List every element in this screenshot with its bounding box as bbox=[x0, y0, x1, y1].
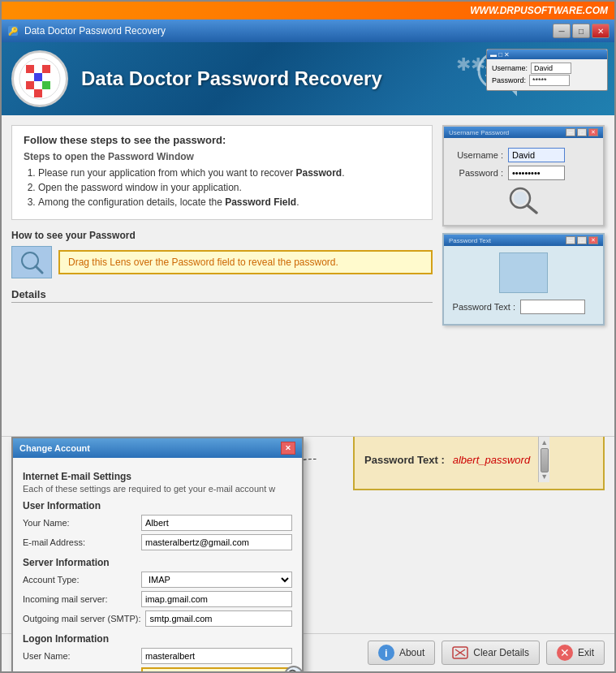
steps-main-title: Follow these steps to see the password: bbox=[24, 134, 420, 146]
svg-rect-6 bbox=[26, 73, 34, 81]
drag-box: Drag this Lens over the Password field t… bbox=[11, 246, 433, 278]
main-content: Follow these steps to see the password: … bbox=[2, 115, 614, 436]
panel-minimize-btn-1[interactable]: ─ bbox=[566, 128, 575, 136]
your-name-input[interactable] bbox=[141, 515, 292, 531]
svg-text:🔑: 🔑 bbox=[8, 26, 19, 37]
mini-username-value: David bbox=[531, 63, 571, 74]
account-type-select[interactable]: IMAP POP3 SMTP bbox=[141, 572, 292, 588]
svg-point-20 bbox=[514, 192, 527, 205]
svg-rect-11 bbox=[42, 81, 50, 89]
panel-username-field: Username : David bbox=[450, 148, 597, 162]
panel-close-btn-2[interactable]: ✕ bbox=[588, 236, 598, 244]
panel-window-controls-2: ─ □ ✕ bbox=[566, 236, 598, 244]
clear-details-label: Clear Details bbox=[473, 647, 529, 658]
password-text-body: Password Text : bbox=[444, 246, 603, 324]
your-name-field: Your Name: bbox=[23, 515, 292, 531]
svg-line-21 bbox=[528, 205, 536, 213]
mini-username-label: Username: bbox=[492, 64, 528, 72]
server-info-section: Server Information bbox=[23, 557, 292, 568]
app-icon: 🔑 bbox=[6, 24, 19, 37]
dialog-close-button[interactable]: ✕ bbox=[281, 442, 295, 455]
left-panel: Follow these steps to see the password: … bbox=[11, 125, 433, 426]
dialog-title: Change Account bbox=[19, 443, 90, 453]
drag-icon bbox=[11, 246, 52, 278]
logon-username-input[interactable] bbox=[141, 648, 292, 664]
drag-text: Drag this Lens over the Password field t… bbox=[68, 257, 338, 268]
password-section-title: How to see your Password bbox=[11, 230, 433, 241]
app-header: Data Doctor Password Recovery ✱✱ 123 ▬ □… bbox=[2, 42, 614, 115]
minimize-button[interactable]: ─ bbox=[553, 24, 571, 38]
account-type-field: Account Type: IMAP POP3 SMTP bbox=[23, 572, 292, 588]
panel-password-value: ••••••••• bbox=[508, 166, 565, 180]
steps-list: Please run your application from which y… bbox=[24, 167, 420, 208]
svg-line-18 bbox=[36, 266, 42, 273]
username-password-body: Username : David Password : ••••••••• bbox=[444, 138, 603, 225]
watermark-bar: WWW.DRPUSOFTWARE.COM bbox=[2, 2, 614, 19]
logon-password-label: Password: bbox=[23, 671, 136, 671]
logon-username-label: User Name: bbox=[23, 651, 136, 661]
svg-rect-10 bbox=[34, 81, 42, 89]
steps-subtitle: Steps to open the Password Window bbox=[24, 151, 420, 162]
maximize-button[interactable]: □ bbox=[572, 24, 590, 38]
logon-password-input[interactable] bbox=[141, 667, 292, 671]
password-text-field-label: Password Text : bbox=[450, 302, 515, 312]
title-bar: 🔑 Data Doctor Password Recovery ─ □ ✕ bbox=[2, 19, 614, 42]
password-text-field-row: Password Text : bbox=[450, 300, 597, 314]
panel-username-label: Username : bbox=[450, 150, 503, 160]
panel-password-label: Password : bbox=[450, 168, 503, 178]
change-account-dialog: Change Account ✕ Internet E-mail Setting… bbox=[11, 437, 304, 671]
svg-rect-9 bbox=[26, 81, 34, 89]
svg-rect-8 bbox=[42, 73, 50, 81]
steps-box: Follow these steps to see the password: … bbox=[11, 125, 433, 220]
password-revealed-panel: Password Text : albert_password ▲ ▼ bbox=[353, 436, 605, 490]
internet-section-title: Internet E-mail Settings bbox=[23, 471, 292, 482]
password-text-input[interactable] bbox=[520, 300, 585, 314]
incoming-server-input[interactable] bbox=[141, 591, 292, 607]
about-label: About bbox=[399, 647, 424, 658]
window-title: Data Doctor Password Recovery bbox=[24, 25, 553, 37]
clear-details-icon bbox=[452, 645, 468, 661]
exit-icon: ✕ bbox=[557, 645, 573, 661]
panel-minimize-btn-2[interactable]: ─ bbox=[566, 236, 575, 244]
exit-button[interactable]: ✕ Exit bbox=[546, 641, 605, 665]
revealed-label: Password Text : bbox=[364, 454, 445, 466]
right-panel: Username Password ─ □ ✕ Username : David… bbox=[442, 125, 605, 426]
mini-password-label: Password: bbox=[492, 76, 526, 84]
revealed-value: albert_password bbox=[453, 454, 530, 466]
dialog-titlebar: Change Account ✕ bbox=[13, 438, 302, 458]
username-password-titlebar: Username Password ─ □ ✕ bbox=[444, 127, 603, 138]
panel-close-btn-1[interactable]: ✕ bbox=[588, 128, 598, 136]
about-icon: i bbox=[378, 645, 394, 661]
exit-label: Exit bbox=[578, 647, 594, 658]
revealed-scrollbar[interactable]: ▲ ▼ bbox=[538, 437, 549, 482]
user-info-section: User Information bbox=[23, 500, 292, 511]
logon-password-field: Password: bbox=[23, 667, 292, 671]
scrollbar-thumb[interactable] bbox=[541, 448, 549, 472]
svg-rect-12 bbox=[34, 89, 42, 97]
magnifier-area bbox=[450, 183, 597, 218]
panel-window-controls-1: ─ □ ✕ bbox=[566, 128, 598, 136]
svg-rect-3 bbox=[26, 65, 34, 73]
logon-username-field: User Name: bbox=[23, 648, 292, 664]
password-text-titlebar: Password Text ─ □ ✕ bbox=[444, 235, 603, 246]
dialog-body: Internet E-mail Settings Each of these s… bbox=[13, 458, 302, 671]
account-type-label: Account Type: bbox=[23, 575, 136, 585]
clear-details-button[interactable]: Clear Details bbox=[442, 641, 540, 665]
close-button[interactable]: ✕ bbox=[592, 24, 610, 38]
mini-password-field: Password: ***** bbox=[492, 75, 602, 86]
outgoing-server-input[interactable] bbox=[145, 610, 292, 627]
internet-section-desc: Each of these settings are required to g… bbox=[23, 484, 292, 494]
svg-rect-4 bbox=[34, 65, 42, 73]
header-logo bbox=[11, 50, 68, 107]
svg-rect-5 bbox=[42, 65, 50, 73]
about-button[interactable]: i About bbox=[368, 641, 435, 665]
panel-maximize-btn-1[interactable]: □ bbox=[577, 128, 587, 136]
panel-username-value: David bbox=[508, 148, 565, 162]
incoming-server-label: Incoming mail server: bbox=[23, 594, 136, 604]
drag-text-box: Drag this Lens over the Password field t… bbox=[58, 250, 433, 274]
panel-maximize-btn-2[interactable]: □ bbox=[577, 236, 587, 244]
panel-password-field: Password : ••••••••• bbox=[450, 166, 597, 180]
email-input[interactable] bbox=[141, 534, 292, 550]
step-1: Please run your application from which y… bbox=[38, 167, 420, 179]
mini-password-value: ***** bbox=[529, 75, 570, 86]
